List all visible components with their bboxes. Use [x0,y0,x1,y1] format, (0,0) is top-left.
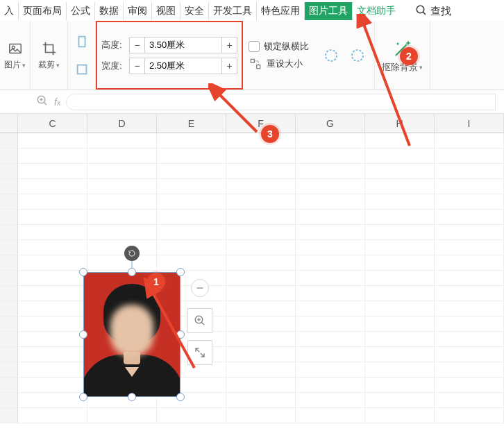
cell[interactable] [365,393,435,407]
cell[interactable] [87,194,157,209]
cell[interactable] [365,149,435,163]
group-crop[interactable]: 裁剪 [31,21,68,90]
tab-page-layout[interactable]: 页面布局 [18,2,66,20]
cell[interactable] [226,301,296,316]
cell[interactable] [87,240,157,255]
resize-handle[interactable] [128,393,136,401]
col-e[interactable]: E [157,114,226,133]
cell[interactable] [296,378,365,392]
cell[interactable] [365,347,435,362]
cell[interactable] [435,179,504,194]
cell[interactable] [87,133,157,148]
cell[interactable] [365,133,435,148]
cell[interactable] [435,378,504,392]
cell[interactable] [18,347,87,362]
cell[interactable] [157,240,226,255]
cell[interactable] [0,240,18,255]
cell[interactable] [435,255,504,270]
cell[interactable] [365,164,435,178]
cell[interactable] [18,149,87,163]
tab-view[interactable]: 视图 [151,2,180,20]
cell[interactable] [296,286,365,301]
cell[interactable] [365,378,435,392]
cell[interactable] [296,149,365,163]
width-decrement[interactable]: − [130,58,145,74]
formula-input[interactable] [66,94,496,110]
cell[interactable] [435,316,504,331]
cell[interactable] [0,164,18,178]
cell[interactable] [157,164,226,178]
height-input[interactable] [145,37,221,53]
tab-picture-tools[interactable]: 图片工具 [304,2,352,20]
cell[interactable] [435,164,504,178]
cell[interactable] [157,179,226,194]
selected-image[interactable] [83,272,180,397]
cell[interactable] [296,240,365,255]
resize-handle[interactable] [176,268,185,276]
cell[interactable] [0,347,18,362]
col-g[interactable]: G [296,114,365,133]
rotate-left-button[interactable] [321,46,341,65]
cell[interactable] [226,362,296,377]
cell[interactable] [226,408,296,423]
cell[interactable] [435,362,504,377]
cell[interactable] [226,225,296,239]
cell[interactable] [157,255,226,270]
cell[interactable] [435,133,504,148]
cell[interactable] [0,393,18,407]
height-increment[interactable]: + [221,37,237,53]
cell[interactable] [18,240,87,255]
cell[interactable] [226,149,296,163]
resize-handle[interactable] [79,268,87,276]
resize-handle[interactable] [79,393,87,401]
aspect-portrait-icon[interactable] [73,33,91,51]
cell[interactable] [226,164,296,178]
cell[interactable] [18,225,87,239]
tab-security[interactable]: 安全 [180,2,208,20]
cell[interactable] [226,393,296,407]
cell[interactable] [296,408,365,423]
cell[interactable] [435,225,504,239]
cell[interactable] [0,225,18,239]
cell[interactable] [0,332,18,346]
cell[interactable] [157,408,226,423]
cell[interactable] [226,210,296,224]
cell[interactable] [0,255,18,270]
cell[interactable] [157,225,226,239]
search-button[interactable]: 查找 [415,4,451,19]
resize-handle[interactable] [79,330,87,339]
cell[interactable] [0,301,18,316]
cell[interactable] [18,286,87,301]
resize-handle[interactable] [176,330,185,339]
cell[interactable] [0,286,18,301]
cell[interactable] [365,225,435,239]
cell[interactable] [18,255,87,270]
cell[interactable] [87,164,157,178]
cell[interactable] [435,347,504,362]
cell[interactable] [0,133,18,148]
cell[interactable] [226,194,296,209]
cell[interactable] [18,378,87,392]
cell[interactable] [365,179,435,194]
cell[interactable] [0,271,18,285]
cell[interactable] [435,286,504,301]
rotate-handle[interactable] [124,246,140,261]
cell[interactable] [435,271,504,285]
tab-special-apps[interactable]: 特色应用 [256,2,304,20]
cell[interactable] [18,408,87,423]
cell[interactable] [365,332,435,346]
cell[interactable] [435,210,504,224]
cell[interactable] [365,271,435,285]
col-d[interactable]: D [87,114,157,133]
cell[interactable] [296,271,365,285]
cell[interactable] [365,316,435,331]
cell[interactable] [0,194,18,209]
cell[interactable] [365,210,435,224]
cell[interactable] [365,362,435,377]
lock-aspect-row[interactable]: 锁定纵横比 [249,40,309,53]
resize-handle[interactable] [176,393,185,401]
cell[interactable] [226,255,296,270]
cell[interactable] [0,149,18,163]
cell[interactable] [18,210,87,224]
cell[interactable] [0,378,18,392]
